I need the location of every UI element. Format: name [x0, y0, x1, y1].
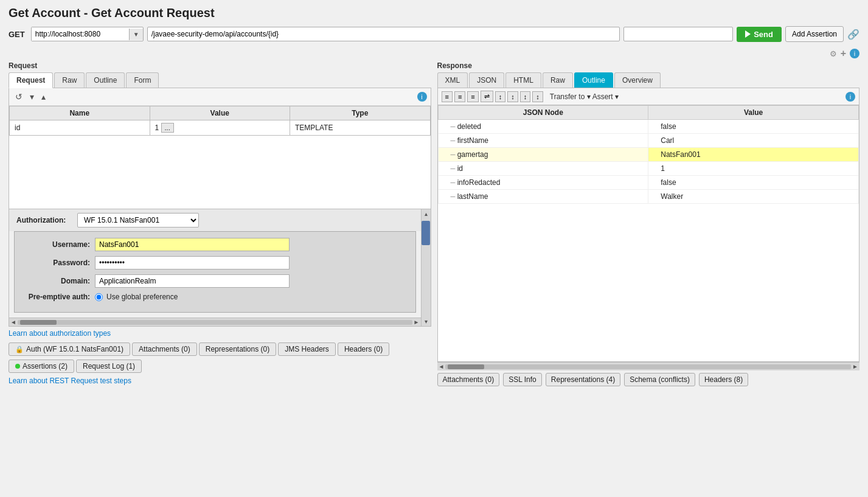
align-btn-1[interactable]: ≡ — [442, 91, 453, 102]
tab-outline[interactable]: Outline — [86, 72, 125, 88]
btab-assertions[interactable]: Assertions (2) — [9, 360, 74, 373]
domain-input[interactable] — [95, 274, 290, 288]
preemptive-label: Pre-emptive auth: — [23, 293, 90, 301]
table-row: id 1 ... TEMPLATE — [10, 120, 431, 136]
align-btn-4[interactable]: ⇌ — [481, 91, 493, 102]
assert-button[interactable]: Assert ▾ — [592, 92, 619, 101]
tab-request[interactable]: Request — [9, 72, 53, 88]
resp-btab-schema[interactable]: Schema (conflicts) — [624, 373, 695, 386]
param-dots-button[interactable]: ... — [161, 123, 174, 133]
link-icon[interactable]: 🔗 — [847, 29, 859, 40]
refresh-button[interactable]: ↺ — [13, 91, 25, 103]
node-firstname: ─ firstName — [438, 134, 648, 148]
request-table-container: Name Value Type id 1 ... — [9, 106, 431, 136]
value-deleted: false — [648, 120, 859, 134]
rtab-xml[interactable]: XML — [437, 72, 468, 88]
tab-form[interactable]: Form — [126, 72, 159, 88]
transfer-to-button[interactable]: Transfer to ▾ — [550, 92, 591, 101]
btab-representations-left[interactable]: Representations (0) — [199, 342, 276, 356]
btab-request-log-label: Request Log (1) — [83, 362, 135, 370]
align-btn-3[interactable]: ≡ — [467, 91, 478, 102]
table-row: ─ firstName Carl — [438, 134, 859, 148]
send-button[interactable]: Send — [737, 27, 782, 42]
expand-down-button[interactable]: ▾ — [27, 91, 36, 103]
tab-raw[interactable]: Raw — [54, 72, 85, 88]
request-info-icon[interactable]: i — [417, 92, 427, 102]
btab-jms-headers[interactable]: JMS Headers — [278, 342, 336, 356]
lock-icon: 🔒 — [15, 346, 24, 353]
table-row: ─ lastName Walker — [438, 190, 859, 204]
settings-icon[interactable]: ⚙ — [830, 49, 837, 58]
btab-representations-label: Representations (0) — [206, 345, 269, 353]
h-scroll-right-arrow[interactable]: ► — [414, 319, 420, 325]
transfer-arrow: ▾ — [587, 92, 591, 101]
main-panels: Request Request Raw Outline Form ↺ ▾ ▴ i — [9, 61, 859, 388]
password-input[interactable] — [95, 256, 290, 269]
request-params-table: Name Value Type id 1 ... — [9, 106, 431, 136]
url-path-input[interactable] — [147, 27, 620, 41]
align-btn-2[interactable]: ≡ — [454, 91, 465, 102]
username-input[interactable] — [95, 238, 290, 251]
resp-h-scroll-left[interactable]: ◄ — [439, 363, 445, 370]
learn-rest-link[interactable]: Learn about REST Request test steps — [9, 377, 131, 385]
resp-btab-headers[interactable]: Headers (8) — [699, 373, 748, 386]
v-scroll-down-arrow[interactable]: ▾ — [421, 317, 431, 326]
rtab-raw[interactable]: Raw — [543, 72, 573, 88]
url-extra-input[interactable] — [623, 27, 733, 41]
add-assertion-button[interactable]: Add Assertion — [785, 26, 844, 42]
rtab-json[interactable]: JSON — [469, 72, 504, 88]
add-icon[interactable]: + — [841, 48, 846, 59]
rtab-html[interactable]: HTML — [505, 72, 541, 88]
page-title: Get Account - Get Account Request — [9, 6, 859, 20]
tree-line: ─ — [451, 123, 456, 130]
request-section-label: Request — [9, 61, 431, 70]
btab-attachments-label: Attachments (0) — [139, 345, 190, 353]
info-icon-top[interactable]: i — [850, 49, 859, 58]
v-scroll-thumb[interactable] — [422, 221, 430, 245]
response-info-icon[interactable]: i — [845, 92, 855, 102]
left-h-scrollbar[interactable]: ◄ ► — [9, 318, 421, 326]
h-scroll-left-arrow[interactable]: ◄ — [10, 319, 16, 325]
request-table-empty-area — [9, 136, 431, 209]
rtab-outline[interactable]: Outline — [574, 72, 613, 88]
btab-attachments-left[interactable]: Attachments (0) — [132, 342, 197, 356]
resp-btab-attachments[interactable]: Attachments (0) — [437, 373, 500, 386]
resp-h-scroll-track — [445, 364, 851, 369]
align-btn-8[interactable]: ↕ — [532, 91, 543, 102]
auth-select[interactable]: WF 15.0.1 NatsFan001 — [77, 213, 199, 228]
bottom-right-tabs: Attachments (0) SSL Info Representations… — [437, 370, 860, 388]
auth-row: Authorization: WF 15.0.1 NatsFan001 — [9, 209, 421, 231]
table-row: ─ infoRedacted false — [438, 176, 859, 190]
value-firstname: Carl — [648, 134, 859, 148]
response-h-scrollbar[interactable]: ◄ ► — [437, 362, 860, 370]
right-panel: Response XML JSON HTML Raw Outline Overv… — [437, 61, 860, 388]
learn-auth-link[interactable]: Learn about authorization types — [9, 329, 111, 338]
url-host-dropdown-arrow[interactable]: ▼ — [129, 29, 143, 40]
resp-btab-representations[interactable]: Representations (4) — [546, 373, 620, 386]
left-v-scrollbar[interactable]: ▴ ▾ — [421, 209, 431, 326]
align-btn-7[interactable]: ↕ — [520, 91, 531, 102]
btab-headers-left[interactable]: Headers (0) — [338, 342, 389, 356]
username-label: Username: — [23, 240, 90, 249]
response-section-label: Response — [437, 61, 860, 70]
url-host-input[interactable] — [32, 27, 129, 41]
table-row: ─ deleted false — [438, 120, 859, 134]
align-btn-5[interactable]: ↕ — [495, 91, 506, 102]
v-scroll-up-arrow[interactable]: ▴ — [421, 209, 431, 218]
play-icon — [745, 30, 751, 38]
icon-toolbar: ⚙ + i — [9, 48, 859, 59]
green-dot — [15, 364, 20, 369]
preemptive-radio[interactable] — [95, 293, 103, 301]
h-scroll-thumb[interactable] — [20, 320, 57, 325]
resp-h-scroll-right[interactable]: ► — [852, 363, 858, 370]
table-row: ─ id 1 — [438, 162, 859, 176]
resp-btab-ssl[interactable]: SSL Info — [503, 373, 542, 386]
btab-request-log[interactable]: Request Log (1) — [76, 360, 142, 373]
collapse-up-button[interactable]: ▴ — [39, 91, 48, 103]
align-btn-6[interactable]: ↕ — [507, 91, 518, 102]
resp-h-scroll-thumb[interactable] — [448, 364, 484, 369]
main-page: Get Account - Get Account Request GET ▼ … — [0, 0, 868, 394]
rtab-overview[interactable]: Overview — [614, 72, 661, 88]
btab-auth[interactable]: 🔒 Auth (WF 15.0.1 NatsFan001) — [9, 342, 130, 356]
http-method-label: GET — [9, 30, 25, 39]
